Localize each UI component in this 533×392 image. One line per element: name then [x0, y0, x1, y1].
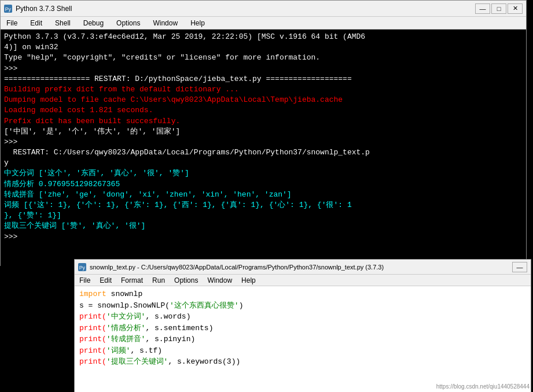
editor-menu-bar: File Edit Format Run Options Window Help: [75, 275, 531, 286]
code-line-6: print('词频', s.tf): [79, 345, 526, 357]
editor-window: Py snownlp_text.py - C:/Users/qwy8023/Ap…: [74, 259, 531, 392]
shell-title-bar: Py Python 3.7.3 Shell — □ ✕: [1, 1, 526, 17]
editor-menu-help[interactable]: Help: [239, 276, 258, 285]
shell-line-12: RESTART: C:/Users/qwy8023/AppData/Local/…: [4, 147, 523, 158]
code-line-7: print('提取三个关键词', s.keywords(3)): [79, 356, 526, 368]
menu-edit[interactable]: Edit: [27, 18, 46, 28]
shell-line-6: Building prefix dict from the default di…: [4, 84, 523, 95]
editor-minimize-button[interactable]: —: [512, 262, 527, 272]
editor-content-area[interactable]: import snownlp s = snownlp.SnowNLP('这个东西…: [75, 286, 531, 392]
title-bar-controls: — □ ✕: [475, 3, 523, 14]
shell-line-15: 情感分析 0.9769551298267365: [4, 179, 523, 190]
shell-line-16: 转成拼音 ['zhe', 'ge', 'dong', 'xi', 'zhen',…: [4, 190, 523, 200]
menu-shell[interactable]: Shell: [52, 18, 74, 28]
editor-title-controls: —: [512, 262, 527, 272]
maximize-button[interactable]: □: [491, 3, 506, 14]
menu-help[interactable]: Help: [187, 18, 208, 28]
shell-window: Py Python 3.7.3 Shell — □ ✕ File Edit Sh…: [0, 0, 527, 266]
shell-line-13: y: [4, 158, 523, 168]
editor-menu-options[interactable]: Options: [172, 276, 200, 285]
watermark: https://blog.csdn.net/qiu1440528444: [436, 383, 530, 390]
shell-line-2: 4)] on win32: [4, 42, 523, 53]
shell-content-area[interactable]: Python 3.7.3 (v3.7.3:ef4ec6ed12, Mar 25 …: [1, 29, 526, 267]
editor-python-icon: Py: [78, 263, 86, 271]
shell-line-9: Prefix dict has been built succesfully.: [4, 116, 523, 127]
editor-title-text: snownlp_text.py - C:/Users/qwy8023/AppDa…: [90, 264, 384, 271]
shell-line-3: Type "help", "copyright", "credits" or "…: [4, 53, 523, 63]
editor-menu-file[interactable]: File: [77, 276, 93, 285]
editor-menu-run[interactable]: Run: [150, 276, 167, 285]
shell-line-8: Loading model cost 1.821 seconds.: [4, 105, 523, 116]
code-line-1: import snownlp: [79, 289, 526, 300]
menu-debug[interactable]: Debug: [80, 18, 107, 28]
menu-options[interactable]: Options: [113, 18, 144, 28]
code-line-3: print('中文分词', s.words): [79, 311, 526, 323]
shell-line-1: Python 3.7.3 (v3.7.3:ef4ec6ed12, Mar 25 …: [4, 32, 523, 42]
shell-line-19: 提取三个关键词 ['赞', '真心', '很']: [4, 221, 523, 231]
editor-menu-window[interactable]: Window: [205, 276, 234, 285]
editor-title-left: Py snownlp_text.py - C:/Users/qwy8023/Ap…: [78, 263, 384, 271]
shell-line-7: Dumping model to file cache C:\Users\qwy…: [4, 95, 523, 105]
shell-line-11: >>>: [4, 137, 523, 147]
shell-line-10: ['中国', '是', '个', '伟大', '的', '国家']: [4, 127, 523, 137]
menu-file[interactable]: File: [3, 18, 21, 28]
editor-menu-format[interactable]: Format: [119, 276, 145, 285]
shell-line-18: }, {'赞': 1}]: [4, 210, 523, 221]
svg-text:Py: Py: [5, 6, 12, 12]
shell-line-5: =================== RESTART: D:/pythonSp…: [4, 74, 523, 84]
shell-title-text: Python 3.7.3 Shell: [16, 5, 72, 13]
shell-line-4: >>>: [4, 64, 523, 74]
python-icon: Py: [4, 5, 12, 13]
code-line-2: s = snownlp.SnowNLP('这个东西真心很赞'): [79, 300, 526, 312]
code-line-5: print('转成拼音', s.pinyin): [79, 334, 526, 345]
svg-text:Py: Py: [79, 264, 86, 270]
close-button[interactable]: ✕: [508, 3, 523, 14]
code-line-4: print('情感分析', s.sentiments): [79, 323, 526, 334]
editor-title-bar: Py snownlp_text.py - C:/Users/qwy8023/Ap…: [75, 260, 531, 275]
shell-line-20: >>>: [4, 232, 523, 242]
shell-line-14: 中文分词 ['这个', '东西', '真心', '很', '赞']: [4, 168, 523, 179]
editor-menu-edit[interactable]: Edit: [97, 276, 114, 285]
menu-window[interactable]: Window: [149, 18, 181, 28]
minimize-button[interactable]: —: [475, 3, 490, 14]
title-bar-left: Py Python 3.7.3 Shell: [4, 5, 72, 13]
shell-line-17: 词频 [{'这': 1}, {'个': 1}, {'东': 1}, {'西': …: [4, 200, 523, 210]
shell-menu-bar: File Edit Shell Debug Options Window Hel…: [1, 17, 526, 29]
